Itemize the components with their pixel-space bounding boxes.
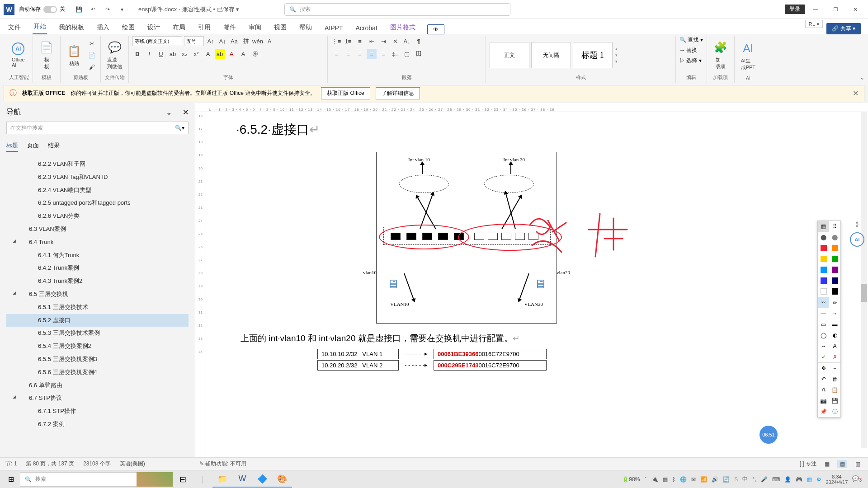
settings-tray-icon[interactable]: ⚙ (816, 476, 821, 483)
subscript-icon[interactable]: x₂ (179, 49, 189, 59)
tab-home[interactable]: 开始 (33, 20, 47, 34)
document-page[interactable]: ·6.5.2·虚接口↵ Int vlan 10 Int vlan 20 (209, 112, 868, 457)
keyboard-icon[interactable]: ⌨ (772, 476, 780, 483)
nav-collapse-icon[interactable]: ⌄ (166, 108, 172, 116)
nav-heading-item[interactable]: 6.4.1 何为Trunk (6, 249, 189, 262)
nav-search-input[interactable]: 在文档中搜索 🔍▾ (6, 122, 189, 134)
task-view-icon[interactable]: ⊟ (173, 471, 193, 488)
caret-icon[interactable]: ◢ (13, 394, 16, 400)
collapse-sidebar-icon[interactable]: ⟫ (850, 221, 864, 228)
pen-icon[interactable]: 〰 (818, 297, 829, 308)
tab-layout[interactable]: 布局 (172, 21, 186, 34)
select-button[interactable]: ▷ 选择 ▾ (679, 57, 703, 65)
nav-heading-item[interactable]: ◢6.7 STP协议 (6, 392, 189, 405)
nav-heading-item[interactable]: 6.5.3 三层交换技术案例 (6, 327, 189, 340)
tab-review[interactable]: 审阅 (248, 21, 262, 34)
tab-design[interactable]: 设计 (146, 21, 161, 34)
annotation-toolbar[interactable]: ▦⠿ ⬤⬤ 〰✏ —→ ▭▬ ◯◐ ↔A ✓✗ ✥− ↶🗑 ⎙📋 📷💾 📌ⓘ (817, 221, 841, 418)
status-accessibility[interactable]: ✎ 辅助功能: 不可用 (199, 460, 246, 468)
color-yellow[interactable] (821, 256, 827, 262)
color-green[interactable] (832, 256, 838, 262)
character-shading-icon[interactable]: A (238, 49, 248, 59)
taskbar-search[interactable]: 🔍 搜索 (20, 472, 137, 487)
pin-icon[interactable]: 📌 (818, 406, 829, 417)
line-spacing-icon[interactable]: ‡≡ (390, 49, 400, 59)
notifications-icon[interactable]: 💬3 (852, 475, 862, 483)
word-app-icon[interactable]: W (232, 471, 252, 488)
timer-bubble[interactable]: 06:51 (760, 426, 778, 444)
clock[interactable]: 8:34 2024/4/17 (826, 474, 848, 485)
mail-tray-icon[interactable]: ✉ (691, 476, 696, 483)
tab-aippt[interactable]: AIPPT (324, 22, 344, 34)
nav-heading-item[interactable]: 6.2.2 VLAN和子网 (6, 158, 189, 171)
nav-heading-item[interactable]: 6.2.4 VLAN端口类型 (6, 184, 189, 197)
search-box[interactable]: 🔍 搜索 (284, 3, 510, 16)
status-words[interactable]: 23103 个字 (83, 460, 111, 468)
align-right-icon[interactable]: ≡ (355, 49, 365, 59)
print-layout-icon[interactable]: ▤ (837, 460, 847, 468)
styles-up-icon[interactable]: ▴ (615, 47, 618, 51)
people-icon[interactable]: 👤 (784, 476, 791, 483)
battery-icon[interactable]: 🔋98% (622, 476, 640, 483)
status-page[interactable]: 第 80 页，共 137 页 (26, 460, 74, 468)
tray-chevron-icon[interactable]: ˄ (644, 476, 647, 483)
autosave-toggle[interactable]: 自动保存 关 (19, 5, 65, 13)
nav-heading-item[interactable]: 6.7.2 案例 (6, 418, 189, 431)
status-section[interactable]: 节: 1 (5, 460, 17, 468)
multilevel-list-icon[interactable]: ≡ (355, 36, 365, 46)
align-left-icon[interactable]: ≡ (331, 49, 341, 59)
status-language[interactable]: 英语(美国) (120, 460, 145, 468)
send-wechat-button[interactable]: 💬发送 到微信 (104, 38, 125, 72)
edge-tray-icon[interactable]: 🌐 (680, 476, 687, 483)
tab-draw[interactable]: 绘图 (121, 21, 136, 34)
font-name-select[interactable] (132, 36, 182, 46)
qat-dropdown-icon[interactable]: ▾ (117, 4, 127, 15)
tab-view[interactable]: 视图 (273, 21, 288, 34)
nav-heading-item[interactable]: 6.3 VLAN案例 (6, 223, 189, 236)
redo-icon[interactable]: ↷ (102, 4, 113, 15)
text-tool-icon[interactable]: A (829, 341, 840, 352)
start-button[interactable]: ⊞ (2, 472, 20, 487)
phonetic-guide-icon[interactable]: 拼 (241, 36, 251, 46)
character-border-icon[interactable]: A (264, 36, 274, 46)
ime-mode-icon[interactable]: 中 (742, 475, 748, 483)
sync-icon[interactable]: 🔄 (723, 476, 730, 483)
rect-icon[interactable]: ▭ (818, 319, 829, 330)
borders-icon[interactable]: 田 (414, 49, 424, 59)
arrow-tool-icon[interactable]: → (829, 308, 840, 319)
bullets-icon[interactable]: ⋮≡ (331, 36, 341, 46)
nav-heading-item[interactable]: 6.2.5 untagged ports和tagged ports (6, 197, 189, 210)
nav-heading-item[interactable]: 6.2.3 VLAN Tag和VLAN ID (6, 171, 189, 184)
color-red[interactable] (821, 245, 827, 251)
color-white[interactable] (821, 288, 827, 295)
cross-icon[interactable]: ✗ (829, 352, 840, 362)
styles-gallery[interactable]: 正文 无间隔 标题 1 (490, 42, 613, 68)
align-center-icon[interactable]: ≡ (343, 49, 353, 59)
tab-insert[interactable]: 插入 (96, 21, 110, 34)
nav-heading-item[interactable]: 6.4.3 Trunk案例2 (6, 275, 189, 288)
maximize-icon[interactable]: ☐ (826, 3, 844, 16)
caret-icon[interactable]: ◢ (13, 238, 16, 244)
shading-icon[interactable]: ▢ (402, 49, 412, 59)
print-icon[interactable]: ⎙ (818, 385, 829, 395)
replace-button[interactable]: ↔ 替换 (679, 47, 703, 54)
diagram-image[interactable]: Int vlan 10 Int vlan 20 (376, 152, 557, 324)
ribbon-collapse-icon[interactable]: ⌄ (860, 75, 864, 81)
strikethrough-icon[interactable]: ab (168, 49, 178, 59)
sogou-ime-icon[interactable]: S (734, 476, 738, 483)
mic-icon[interactable]: 🎤 (761, 476, 768, 483)
tab-picture-format[interactable]: 图片格式 (389, 21, 416, 34)
cut-icon[interactable]: ✂ (87, 38, 97, 48)
tab-references[interactable]: 引用 (197, 21, 212, 34)
nav-heading-item[interactable]: 6.4.2 Trunk案例 (6, 262, 189, 275)
tab-file[interactable]: 文件 (7, 21, 22, 34)
vertical-ruler[interactable]: 16171819202122232425262728293031323334 (195, 112, 206, 457)
nav-heading-item[interactable]: ◢6.5 三层交换机 (6, 288, 189, 301)
nav-tab-results[interactable]: 结果 (48, 140, 60, 152)
save-tool-icon[interactable]: 💾 (829, 395, 840, 406)
info-icon[interactable]: ⓘ (829, 406, 840, 417)
addins-button[interactable]: 🧩加 载项 (711, 38, 731, 72)
circle-icon[interactable]: ⬤ (829, 232, 840, 243)
minus-icon[interactable]: − (829, 363, 840, 374)
login-button[interactable]: 登录 (785, 5, 805, 14)
